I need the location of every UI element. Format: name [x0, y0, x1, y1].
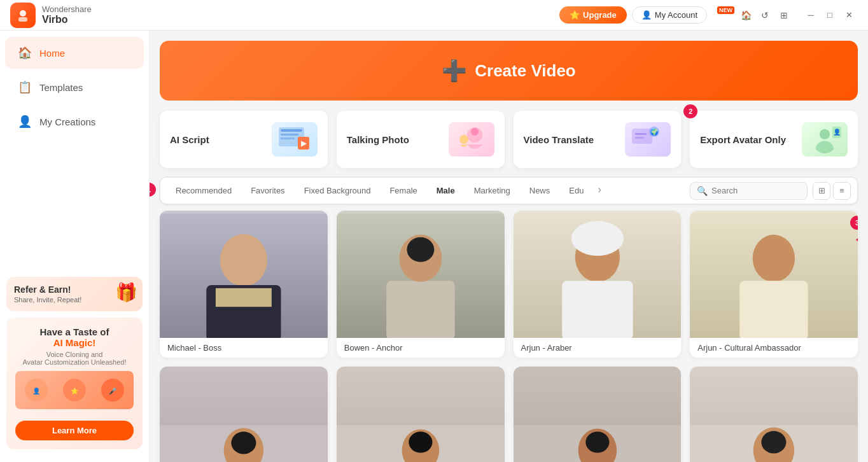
- my-account-label: My Account: [655, 10, 697, 20]
- filter-tab-marketing[interactable]: Marketing: [465, 181, 519, 200]
- titlebar: Wondershare Virbo ⭐ Upgrade 👤 My Account…: [0, 0, 868, 31]
- avatar-name-arjun-araber: Arjun - Araber: [514, 338, 682, 358]
- svg-rect-20: [635, 133, 647, 135]
- app-name-block: Wondershare Virbo: [42, 4, 92, 25]
- close-button[interactable]: ✕: [840, 6, 858, 24]
- search-icon: 🔍: [697, 186, 708, 196]
- avatar-card-bowen[interactable]: Bowen - Anchor: [337, 211, 505, 358]
- create-video-banner[interactable]: ➕ Create Video: [160, 41, 858, 101]
- avatar-name-arjun-cultural: Arjun - Cultural Ambassador: [690, 338, 858, 358]
- main-layout: 🏠 Home 📋 Templates 👤 My Creations 🎁 Refe…: [0, 31, 868, 462]
- app-branding: Wondershare Virbo: [10, 3, 92, 28]
- filter-tab-male[interactable]: Male: [428, 181, 464, 200]
- account-icon: 👤: [641, 10, 652, 20]
- avatar-card-arjun-cultural[interactable]: Arjun - Cultural Ambassador 3 ↓: [690, 211, 858, 358]
- svg-text:▶: ▶: [300, 139, 307, 148]
- svg-point-15: [471, 128, 479, 136]
- search-box: 🔍: [690, 182, 808, 200]
- maximize-button[interactable]: □: [821, 6, 839, 24]
- svg-rect-37: [562, 281, 633, 338]
- avatar-card-michael[interactable]: Michael - Boss: [160, 211, 328, 358]
- export-avatar-thumb: 👤: [802, 122, 848, 157]
- app-brand-text: Wondershare: [42, 4, 92, 14]
- learn-more-button[interactable]: Learn More: [15, 421, 134, 440]
- sidebar-promos: 🎁 Refer & Earn! Share, Invite, Repeat! H…: [0, 269, 149, 457]
- titlebar-extra-icons: NEW 🏠 ↺ ⊞: [717, 8, 792, 23]
- filter-tab-female[interactable]: Female: [381, 181, 426, 200]
- ai-title-text: Have a Taste of: [40, 326, 109, 337]
- svg-point-0: [20, 10, 26, 17]
- grid-view-button[interactable]: ⊞: [813, 182, 830, 200]
- gift-icon: 🎁: [115, 282, 137, 303]
- feature-card-video-translate[interactable]: Video Translate 🌍: [514, 111, 682, 168]
- avatar-image-7: [514, 367, 682, 462]
- upgrade-icon: ⭐: [570, 10, 580, 20]
- sidebar-item-my-creations[interactable]: 👤 My Creations: [5, 106, 144, 137]
- svg-text:🎤: 🎤: [109, 387, 117, 395]
- upgrade-button[interactable]: ⭐ Upgrade: [559, 6, 627, 24]
- avatar-name-michael: Michael - Boss: [160, 338, 328, 358]
- svg-point-26: [220, 234, 267, 286]
- create-video-icon: ➕: [442, 59, 467, 83]
- svg-rect-11: [281, 137, 295, 139]
- avatar-card-6[interactable]: [337, 367, 505, 462]
- feature-card-talking-photo[interactable]: Talking Photo: [337, 111, 505, 168]
- video-translate-thumb: 🌍: [625, 122, 671, 157]
- hero-content: ➕ Create Video: [442, 59, 575, 83]
- search-input[interactable]: [711, 186, 801, 195]
- home-icon[interactable]: 🏠: [738, 8, 753, 23]
- filter-more-button[interactable]: ›: [594, 181, 605, 200]
- grid-icon[interactable]: ⊞: [776, 8, 792, 23]
- avatar-card-5[interactable]: [160, 367, 328, 462]
- svg-rect-21: [635, 137, 644, 139]
- sidebar-item-home[interactable]: 🏠 Home: [5, 37, 144, 69]
- my-account-button[interactable]: 👤 My Account: [632, 6, 707, 24]
- avatar-card-arjun-araber[interactable]: Arjun - Araber: [514, 211, 682, 358]
- annotation-arrow-3: ↓: [852, 235, 858, 244]
- avatar-image-bowen: [337, 211, 505, 338]
- avatar-card-7[interactable]: [514, 367, 682, 462]
- svg-point-22: [820, 129, 830, 139]
- video-translate-label: Video Translate: [524, 134, 594, 145]
- avatar-image-arjun-cultural: [690, 211, 858, 338]
- feature-card-export-avatar[interactable]: Export Avatar Only 👤 2: [690, 111, 858, 168]
- ai-card-title: Have a Taste of AI Magic!: [15, 326, 134, 348]
- sidebar-item-templates[interactable]: 📋 Templates: [5, 71, 144, 103]
- refer-earn-card[interactable]: 🎁 Refer & Earn! Share, Invite, Repeat!: [6, 277, 143, 311]
- refresh-icon[interactable]: ↺: [757, 8, 773, 23]
- feature-card-ai-script[interactable]: AI Script ▶: [160, 111, 328, 168]
- svg-rect-10: [281, 134, 298, 136]
- filter-tab-fixed-background[interactable]: Fixed Background: [295, 181, 380, 200]
- svg-text:👤: 👤: [32, 387, 41, 395]
- ai-graphics: 👤 ⭐ 🎤: [15, 371, 134, 409]
- svg-point-43: [231, 431, 256, 454]
- sidebar-home-label: Home: [39, 48, 65, 59]
- titlebar-actions: ⭐ Upgrade 👤 My Account NEW 🏠 ↺ ⊞ ─ □ ✕: [559, 6, 858, 24]
- svg-rect-40: [739, 281, 808, 338]
- filter-tab-favorites[interactable]: Favorites: [242, 181, 293, 200]
- filter-tab-news[interactable]: News: [521, 181, 559, 200]
- filter-row-container: Recommended Favorites Fixed Background F…: [150, 168, 868, 211]
- svg-point-39: [753, 235, 795, 282]
- svg-rect-9: [281, 129, 302, 132]
- list-view-button[interactable]: ≡: [833, 182, 851, 200]
- minimize-button[interactable]: ─: [802, 6, 820, 24]
- filter-tabs: Recommended Favorites Fixed Background F…: [167, 181, 690, 200]
- feature-cards-row: AI Script ▶ Talking Photo: [160, 111, 858, 168]
- svg-text:🌍: 🌍: [650, 128, 659, 136]
- filter-tab-recommended[interactable]: Recommended: [167, 181, 241, 200]
- ai-highlight-text: AI Magic!: [53, 337, 96, 348]
- sidebar-bottom: 🎁 Refer & Earn! Share, Invite, Repeat! H…: [0, 269, 149, 457]
- ai-script-thumb: ▶: [272, 122, 318, 157]
- sidebar: 🏠 Home 📋 Templates 👤 My Creations 🎁 Refe…: [0, 31, 150, 462]
- annotation-badge-2: 2: [683, 104, 697, 118]
- svg-text:⭐: ⭐: [71, 387, 79, 395]
- avatar-image-8: [690, 367, 858, 462]
- avatar-card-8[interactable]: [690, 367, 858, 462]
- filter-tab-edu[interactable]: Edu: [560, 181, 592, 200]
- create-video-text: Create Video: [475, 61, 575, 81]
- avatar-image-5: [160, 367, 328, 462]
- home-sidebar-icon: 🏠: [18, 46, 32, 60]
- annotation-badge-1: 1: [150, 183, 156, 197]
- view-toggle-buttons: ⊞ ≡: [813, 182, 851, 200]
